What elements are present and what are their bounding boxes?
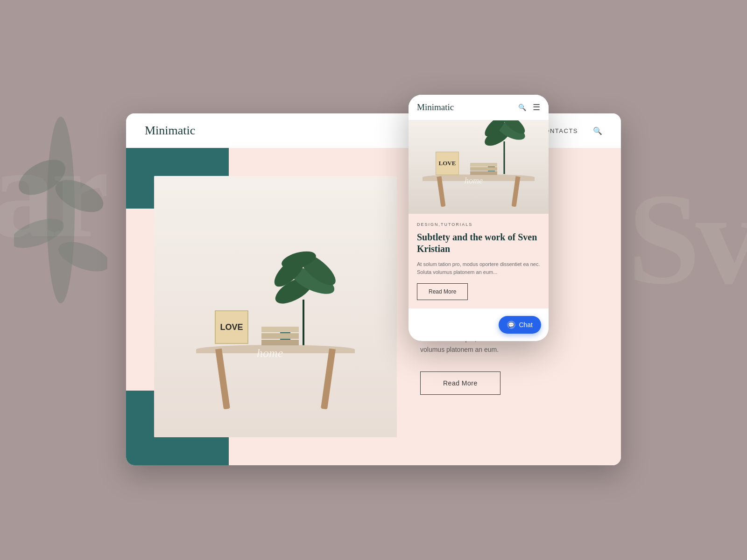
table-scene: LOVE home xyxy=(154,176,397,437)
desktop-logo: Minimatic xyxy=(145,124,195,138)
hero-image: LOVE home xyxy=(154,176,397,437)
love-sign: LOVE xyxy=(215,310,248,344)
bg-text-right: Sv xyxy=(627,163,747,314)
mobile-category: DESIGN,TUTORIALS xyxy=(417,222,540,227)
scene: Minimatic HOME BLOG ABOUT ▾ CONTACTS 🔍 xyxy=(126,95,621,465)
mobile-search-icon[interactable]: 🔍 xyxy=(518,104,526,112)
mobile-content-wrapper: DESIGN,TUTORIALS Subtlety and the work o… xyxy=(409,214,549,341)
chat-label: Chat xyxy=(519,321,533,329)
book-1 xyxy=(261,327,299,332)
mobile-read-more-button[interactable]: Read More xyxy=(417,283,468,300)
mobile-title: Subtlety and the work of Sven Kristian xyxy=(417,231,540,255)
mobile-book-2 xyxy=(470,167,497,171)
table-leg-left xyxy=(215,349,230,410)
mobile-hero-image: LOVE home xyxy=(409,120,549,214)
search-icon[interactable]: 🔍 xyxy=(593,126,602,135)
home-text: home xyxy=(257,346,283,360)
mobile-love-sign: LOVE xyxy=(436,152,459,175)
mobile-table-scene: LOVE home xyxy=(409,120,549,214)
mobile-books xyxy=(470,163,497,175)
mobile-header-icons: 🔍 ☰ xyxy=(518,102,540,112)
book-3 xyxy=(261,340,299,345)
books-stack xyxy=(261,327,299,346)
svg-point-0 xyxy=(47,117,75,303)
bg-plant-decoration xyxy=(14,93,107,327)
chat-button[interactable]: 💬 Chat xyxy=(499,316,541,334)
table-leg-right xyxy=(321,349,336,410)
mobile-menu-icon[interactable]: ☰ xyxy=(533,102,540,112)
mobile-logo: Minimatic xyxy=(417,102,454,112)
chat-bubble-icon: 💬 xyxy=(507,321,515,329)
mobile-book-1 xyxy=(470,163,497,167)
mobile-description: At solum tation pro, modus oportere diss… xyxy=(417,260,540,276)
mobile-mockup: Minimatic 🔍 ☰ xyxy=(409,95,549,341)
mobile-content: DESIGN,TUTORIALS Subtlety and the work o… xyxy=(409,214,549,308)
book-2 xyxy=(261,333,299,339)
desktop-read-more-button[interactable]: Read More xyxy=(420,371,500,395)
mobile-header: Minimatic 🔍 ☰ xyxy=(409,95,549,120)
hero-image-section: LOVE home xyxy=(126,148,397,465)
mobile-book-3 xyxy=(470,171,497,175)
mobile-home-text: home xyxy=(465,176,483,186)
